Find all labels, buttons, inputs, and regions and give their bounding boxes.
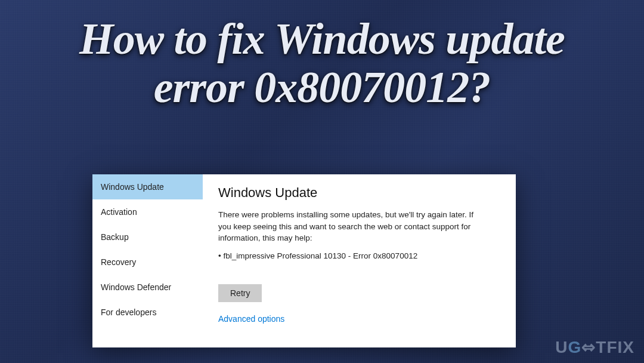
watermark-logo: UG⇔TFIX xyxy=(555,337,634,357)
sidebar-item-activation[interactable]: Activation xyxy=(92,199,203,224)
sidebar-item-backup[interactable]: Backup xyxy=(92,224,203,250)
sidebar-item-windows-update[interactable]: Windows Update xyxy=(92,174,203,199)
settings-main-panel: Windows Update There were problems insta… xyxy=(203,174,516,347)
watermark-prefix: U xyxy=(555,338,568,356)
sidebar-item-windows-defender[interactable]: Windows Defender xyxy=(92,275,203,300)
retry-button[interactable]: Retry xyxy=(218,284,262,302)
watermark-suffix: TFIX xyxy=(596,338,634,356)
error-detail: • fbl_impressive Professional 10130 - Er… xyxy=(218,251,500,260)
error-message: There were problems installing some upda… xyxy=(218,209,487,244)
page-title: Windows Update xyxy=(218,185,500,201)
watermark-arrow-icon: ⇔ xyxy=(581,338,596,356)
advanced-options-link[interactable]: Advanced options xyxy=(218,314,284,324)
article-headline: How to fix Windows update error 0x800700… xyxy=(48,15,596,112)
watermark-mid: G xyxy=(568,338,582,356)
sidebar-item-for-developers[interactable]: For developers xyxy=(92,300,203,325)
settings-sidebar: Windows Update Activation Backup Recover… xyxy=(92,174,203,347)
sidebar-item-recovery[interactable]: Recovery xyxy=(92,250,203,275)
settings-window: Windows Update Activation Backup Recover… xyxy=(92,174,516,347)
